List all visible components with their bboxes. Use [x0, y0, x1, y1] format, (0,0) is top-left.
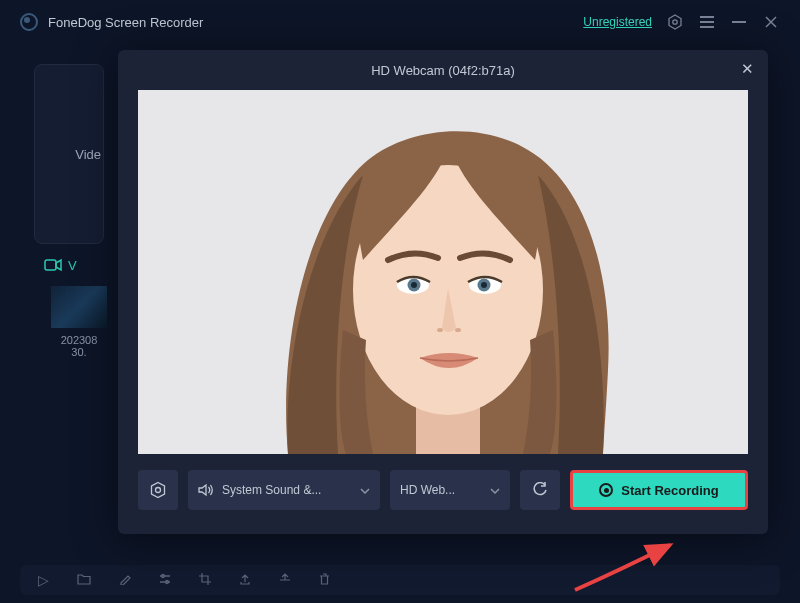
gallery-item[interactable]: 202308 30. [44, 286, 114, 358]
gallery-tab-videos[interactable]: V [44, 258, 77, 273]
settings-hex-icon[interactable] [666, 13, 684, 31]
svg-rect-7 [45, 260, 56, 270]
titlebar-right: Unregistered [583, 13, 780, 31]
play-icon[interactable]: ▷ [38, 572, 49, 588]
svg-point-35 [156, 488, 161, 493]
webcam-source-dropdown[interactable]: HD Web... [390, 470, 510, 510]
adjust-icon[interactable] [159, 572, 171, 588]
trash-icon[interactable] [319, 572, 330, 588]
bottom-toolbar: ▷ [20, 565, 780, 595]
chevron-down-icon [490, 483, 500, 497]
svg-point-1 [673, 20, 677, 24]
record-icon [599, 483, 613, 497]
mode-tile-video[interactable]: Vide [34, 64, 104, 244]
mode-tile-label: Vide [75, 147, 101, 162]
thumbnail-label: 202308 [44, 334, 114, 346]
svg-marker-34 [152, 483, 165, 498]
webcam-modal: HD Webcam (04f2:b71a) ✕ [118, 50, 768, 534]
unregistered-link[interactable]: Unregistered [583, 15, 652, 29]
export-icon[interactable] [239, 572, 251, 588]
svg-point-28 [437, 328, 443, 332]
titlebar-left: FoneDog Screen Recorder [20, 13, 203, 31]
minimize-button[interactable] [730, 13, 748, 31]
recorder-settings-button[interactable] [138, 470, 178, 510]
start-recording-button[interactable]: Start Recording [570, 470, 748, 510]
sound-dropdown-label: System Sound &... [222, 483, 321, 497]
svg-marker-0 [669, 15, 681, 29]
folder-icon[interactable] [77, 572, 91, 588]
svg-point-27 [481, 282, 487, 288]
portrait-image [138, 90, 748, 454]
modal-controls: System Sound &... HD Web... Start Record… [118, 454, 768, 526]
svg-point-29 [455, 328, 461, 332]
menu-icon[interactable] [698, 13, 716, 31]
svg-point-26 [411, 282, 417, 288]
titlebar: FoneDog Screen Recorder Unregistered [0, 0, 800, 44]
edit-icon[interactable] [119, 572, 131, 588]
refresh-button[interactable] [520, 470, 560, 510]
modal-title: HD Webcam (04f2:b71a) [371, 63, 515, 78]
speaker-icon [198, 483, 214, 497]
chevron-down-icon [360, 483, 370, 497]
thumbnail-label: 30. [44, 346, 114, 358]
refresh-icon [532, 482, 548, 498]
gallery-tab-label: V [68, 258, 77, 273]
start-recording-label: Start Recording [621, 483, 719, 498]
modal-header: HD Webcam (04f2:b71a) ✕ [118, 50, 768, 90]
app-title: FoneDog Screen Recorder [48, 15, 203, 30]
gear-hex-icon [149, 481, 167, 499]
camera-icon [44, 258, 62, 272]
webcam-dropdown-label: HD Web... [400, 483, 455, 497]
app-logo-icon [20, 13, 38, 31]
webcam-preview [138, 90, 748, 454]
share-icon[interactable] [279, 572, 291, 588]
crop-icon[interactable] [199, 572, 211, 588]
thumbnail-image [51, 286, 107, 328]
sound-source-dropdown[interactable]: System Sound &... [188, 470, 380, 510]
modal-close-button[interactable]: ✕ [741, 60, 754, 78]
close-button[interactable] [762, 13, 780, 31]
